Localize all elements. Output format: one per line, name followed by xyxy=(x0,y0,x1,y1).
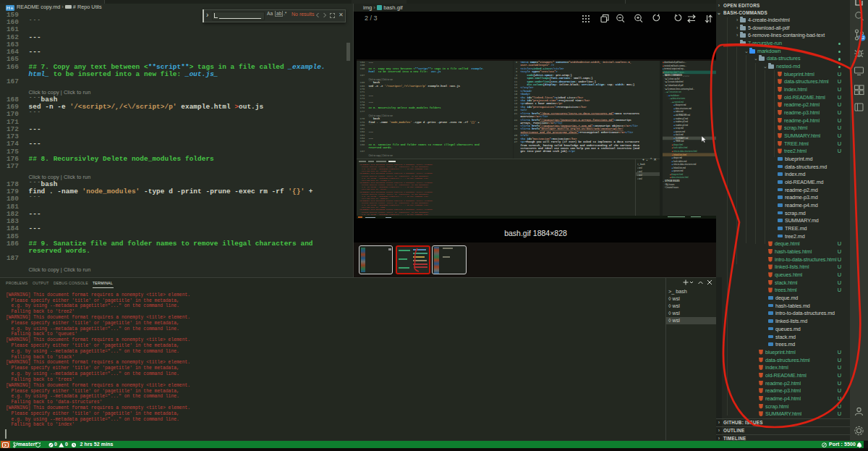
svg-text:12: 12 xyxy=(860,35,864,40)
